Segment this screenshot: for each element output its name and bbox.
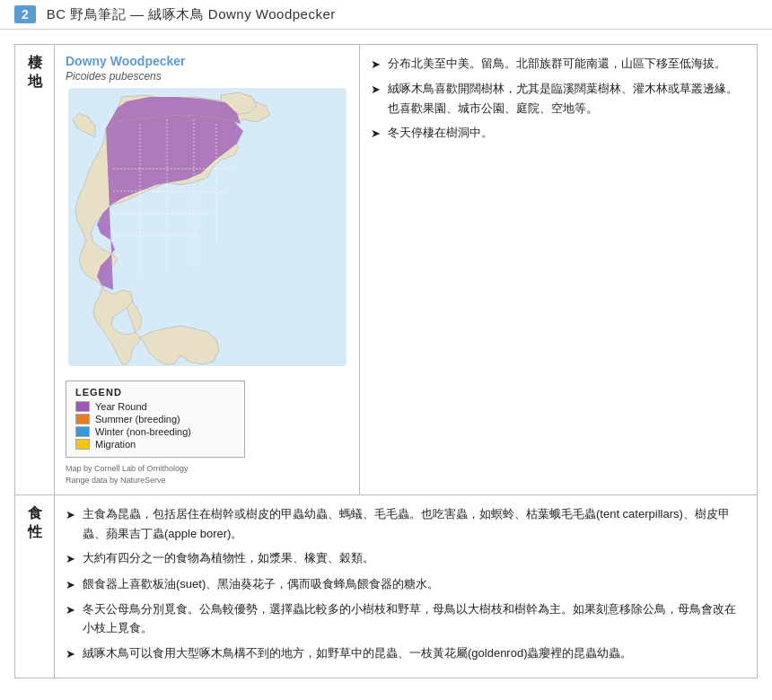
bullet-arrow-icon: ➤ <box>66 600 75 638</box>
food-bullet-3: ➤冬天公母鳥分別覓食。公鳥較優勢，選擇蟲比較多的小樹枝和野草，母鳥以大樹枝和樹幹… <box>66 599 746 638</box>
map-cell: Downy Woodpecker Picoides pubescens <box>55 45 360 495</box>
food-bullet-text-4: 絨啄木鳥可以食用大型啄木鳥構不到的地方，如野草中的昆蟲、一枝黃花屬(golden… <box>83 643 746 663</box>
food-text-cell: ➤主食為昆蟲，包括居住在樹幹或樹皮的甲蟲幼蟲、螞蟻、毛毛蟲。也吃害蟲，如螟蛉、枯… <box>55 495 758 678</box>
habitat-description: ➤分布北美至中美。留鳥。北部族群可能南還，山區下移至低海拔。➤絨啄木鳥喜歡開闊樹… <box>371 54 746 144</box>
legend-swatch-0 <box>75 401 90 412</box>
legend-title: LEGEND <box>75 387 235 398</box>
habitat-bullet-text-0: 分布北美至中美。留鳥。北部族群可能南還，山區下移至低海拔。 <box>388 54 746 74</box>
habitat-bullet-text-1: 絨啄木鳥喜歡開闊樹林，尤其是臨溪闊葉樹林、灌木林或草叢邊緣。也喜歡果園、城市公園… <box>388 79 746 118</box>
habitat-bullet-text-2: 冬天停棲在樹洞中。 <box>388 123 746 143</box>
bullet-arrow-icon: ➤ <box>371 124 381 143</box>
legend-item-2: Winter (non-breeding) <box>75 426 235 437</box>
food-bullet-text-2: 餵食器上喜歡板油(suet)、黑油葵花子，偶而吸食蜂鳥餵食器的糖水。 <box>83 574 746 594</box>
food-bullet-text-3: 冬天公母鳥分別覓食。公鳥較優勢，選擇蟲比較多的小樹枝和野草，母鳥以大樹枝和樹幹為… <box>83 599 746 638</box>
habitat-row: 棲地 Downy Woodpecker Picoides pubescens <box>15 45 758 495</box>
bird-name-english: Downy Woodpecker <box>66 54 348 68</box>
food-row: 食性 ➤主食為昆蟲，包括居住在樹幹或樹皮的甲蟲幼蟲、螞蟻、毛毛蟲。也吃害蟲，如螟… <box>15 495 758 678</box>
habitat-label: 棲地 <box>15 45 55 495</box>
habitat-bullet-1: ➤絨啄木鳥喜歡開闊樹林，尤其是臨溪闊葉樹林、灌木林或草叢邊緣。也喜歡果園、城市公… <box>371 79 746 118</box>
food-description: ➤主食為昆蟲，包括居住在樹幹或樹皮的甲蟲幼蟲、螞蟻、毛毛蟲。也吃害蟲，如螟蛉、枯… <box>66 504 746 663</box>
legend-swatch-1 <box>75 414 90 424</box>
legend-swatch-3 <box>75 439 90 450</box>
content-table: 棲地 Downy Woodpecker Picoides pubescens <box>14 44 758 678</box>
map-legend: LEGEND Year RoundSummer (breeding)Winter… <box>66 381 245 458</box>
legend-swatch-2 <box>75 426 90 437</box>
bird-name-scientific: Picoides pubescens <box>66 70 348 83</box>
habitat-bullet-0: ➤分布北美至中美。留鳥。北部族群可能南還，山區下移至低海拔。 <box>371 54 746 74</box>
bullet-arrow-icon: ➤ <box>66 549 75 568</box>
legend-item-1: Summer (breeding) <box>75 414 235 424</box>
legend-label-3: Migration <box>95 439 136 450</box>
page-title: BC 野鳥筆記 — 絨啄木鳥 Downy Woodpecker <box>47 6 336 23</box>
legend-label-2: Winter (non-breeding) <box>95 426 191 437</box>
map-credit: Map by Cornell Lab of Ornithology Range … <box>66 463 348 486</box>
page-header: 2 BC 野鳥筆記 — 絨啄木鳥 Downy Woodpecker <box>0 0 772 30</box>
range-map <box>68 88 347 375</box>
habitat-bullet-2: ➤冬天停棲在樹洞中。 <box>371 123 746 143</box>
bullet-arrow-icon: ➤ <box>66 644 75 663</box>
food-bullet-0: ➤主食為昆蟲，包括居住在樹幹或樹皮的甲蟲幼蟲、螞蟻、毛毛蟲。也吃害蟲，如螟蛉、枯… <box>66 504 746 543</box>
bullet-arrow-icon: ➤ <box>371 55 381 74</box>
food-bullet-1: ➤大約有四分之一的食物為植物性，如漿果、橡實、穀類。 <box>66 548 746 568</box>
food-label: 食性 <box>15 495 55 678</box>
bullet-arrow-icon: ➤ <box>66 505 75 543</box>
page-wrapper: 2 BC 野鳥筆記 — 絨啄木鳥 Downy Woodpecker 棲地 Dow… <box>0 0 772 700</box>
food-bullet-text-1: 大約有四分之一的食物為植物性，如漿果、橡實、穀類。 <box>83 548 746 568</box>
food-bullet-text-0: 主食為昆蟲，包括居住在樹幹或樹皮的甲蟲幼蟲、螞蟻、毛毛蟲。也吃害蟲，如螟蛉、枯葉… <box>83 504 746 543</box>
habitat-text-cell: ➤分布北美至中美。留鳥。北部族群可能南還，山區下移至低海拔。➤絨啄木鳥喜歡開闊樹… <box>360 45 758 495</box>
bullet-arrow-icon: ➤ <box>66 575 75 594</box>
food-bullet-2: ➤餵食器上喜歡板油(suet)、黑油葵花子，偶而吸食蜂鳥餵食器的糖水。 <box>66 574 746 594</box>
bullet-arrow-icon: ➤ <box>371 80 381 118</box>
map-svg <box>68 88 347 366</box>
legend-item-3: Migration <box>75 439 235 450</box>
legend-item-0: Year Round <box>75 401 235 412</box>
legend-label-1: Summer (breeding) <box>95 414 180 424</box>
legend-label-0: Year Round <box>95 401 147 412</box>
legend-items: Year RoundSummer (breeding)Winter (non-b… <box>75 401 235 450</box>
page-number: 2 <box>14 5 36 23</box>
food-bullet-4: ➤絨啄木鳥可以食用大型啄木鳥構不到的地方，如野草中的昆蟲、一枝黃花屬(golde… <box>66 643 746 663</box>
